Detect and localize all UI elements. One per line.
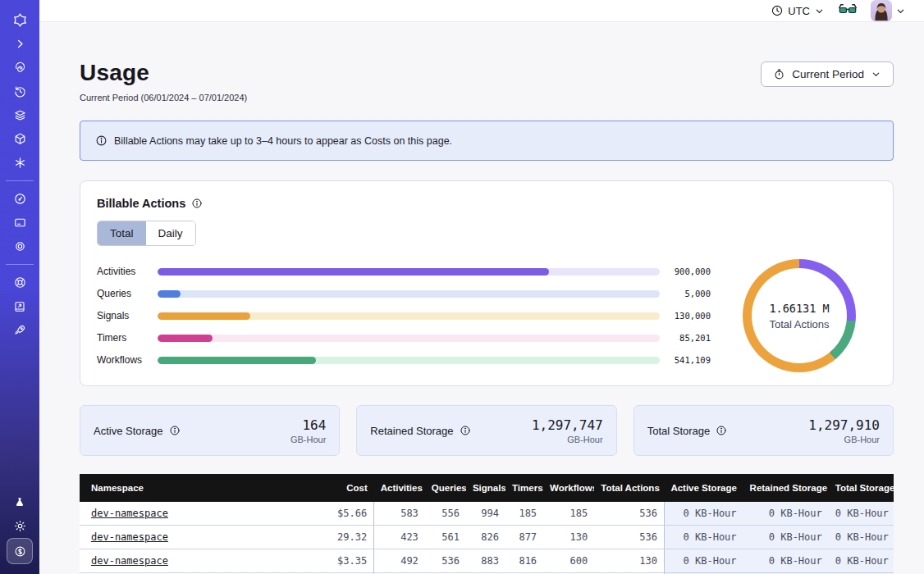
billable-actions-title: Billable Actions bbox=[97, 197, 185, 210]
tab-total[interactable]: Total bbox=[98, 221, 146, 245]
bar-value: 900,000 bbox=[660, 266, 711, 276]
retry-clock-icon[interactable] bbox=[7, 80, 32, 103]
credit-card-icon[interactable] bbox=[7, 211, 32, 235]
storage-card-value: 164 bbox=[290, 417, 326, 433]
billable-actions-card: Billable Actions Total Daily Activities … bbox=[80, 180, 894, 386]
storage-card-unit: GB-Hour bbox=[532, 435, 603, 444]
info-icon[interactable] bbox=[169, 425, 181, 436]
page-title: Usage bbox=[80, 60, 247, 86]
bar-row-signals: Signals 130,000 bbox=[97, 305, 711, 327]
dollar-coin-icon[interactable] bbox=[7, 538, 33, 564]
info-icon[interactable] bbox=[716, 425, 727, 436]
bar-track bbox=[158, 290, 660, 298]
stopwatch-icon bbox=[773, 68, 785, 80]
total-storage-card: Total Storage 1,297,910 GB-Hour bbox=[634, 405, 894, 456]
col-activities: Activities bbox=[374, 474, 425, 502]
info-banner: Billable Actions may take up to 3–4 hour… bbox=[80, 121, 894, 161]
gauge-icon[interactable] bbox=[7, 187, 32, 211]
storage-card-unit: GB-Hour bbox=[290, 435, 326, 444]
table-row: dev-namespace $5.66 583 556 994 185 185 … bbox=[80, 502, 894, 526]
col-cost: Cost bbox=[310, 474, 374, 502]
namespace-usage-table: Namespace Cost Activities Queries Signal… bbox=[80, 474, 894, 574]
temporal-logo-icon[interactable] bbox=[7, 8, 32, 32]
storage-card-value: 1,297,747 bbox=[532, 417, 603, 433]
bar-fill bbox=[158, 290, 181, 298]
rocket-icon[interactable] bbox=[7, 318, 32, 342]
topbar: UTC bbox=[39, 0, 924, 22]
asterisk-icon[interactable] bbox=[7, 151, 32, 175]
bar-row-workflows: Workflows 541,109 bbox=[97, 349, 711, 371]
info-icon[interactable] bbox=[460, 425, 471, 436]
activities-cell: 423 bbox=[374, 526, 425, 549]
gear-icon[interactable] bbox=[7, 235, 32, 258]
total-actions-cell: 536 bbox=[594, 526, 664, 549]
signals-cell: 826 bbox=[466, 526, 505, 549]
sidebar-divider bbox=[6, 180, 34, 181]
cost-cell: $3.35 bbox=[310, 549, 374, 573]
signals-cell: 994 bbox=[466, 502, 505, 526]
info-icon[interactable] bbox=[191, 198, 203, 209]
bar-track bbox=[158, 312, 660, 320]
table-row: dev-namespace 29.32 423 561 826 877 130 … bbox=[80, 526, 894, 549]
chevron-down-icon bbox=[895, 6, 906, 16]
banner-text: Billable Actions may take up to 3–4 hour… bbox=[114, 135, 452, 147]
bar-track bbox=[158, 268, 660, 276]
cost-cell: $5.66 bbox=[310, 502, 374, 526]
sidebar-divider bbox=[6, 264, 34, 265]
col-total-actions: Total Actions bbox=[594, 474, 664, 502]
chevron-down-icon bbox=[814, 6, 825, 16]
period-selector-button[interactable]: Current Period bbox=[761, 61, 894, 87]
avatar bbox=[871, 0, 892, 21]
bar-fill bbox=[158, 268, 549, 276]
account-menu[interactable] bbox=[871, 0, 906, 21]
bar-fill bbox=[158, 357, 316, 364]
tab-daily[interactable]: Daily bbox=[146, 221, 195, 245]
col-timers: Timers bbox=[505, 474, 543, 502]
donut-total-label: Total Actions bbox=[770, 318, 830, 330]
activities-cell: 492 bbox=[374, 549, 425, 573]
workflows-cell: 185 bbox=[543, 502, 594, 526]
sun-icon[interactable] bbox=[7, 514, 32, 538]
storage-card-label: Total Storage bbox=[647, 425, 711, 437]
sidebar-expand-chevron-icon[interactable] bbox=[7, 32, 32, 56]
lifebuoy-icon[interactable] bbox=[7, 271, 32, 294]
retained-storage-cell: 0 KB-Hour bbox=[743, 526, 829, 549]
namespace-link[interactable]: dev-namespace bbox=[91, 508, 168, 519]
spiral-icon[interactable] bbox=[7, 56, 32, 80]
bar-label: Queries bbox=[97, 288, 158, 299]
book-icon[interactable] bbox=[7, 294, 32, 318]
cost-cell: 29.32 bbox=[310, 526, 374, 549]
layers-icon[interactable] bbox=[7, 103, 32, 127]
donut-total-value: 1.66131 M bbox=[769, 302, 829, 315]
namespace-link[interactable]: dev-namespace bbox=[91, 531, 168, 543]
col-workflows: Workflows bbox=[543, 474, 594, 502]
info-icon bbox=[95, 134, 107, 147]
bar-value: 5,000 bbox=[660, 289, 711, 298]
workflows-cell: 600 bbox=[543, 549, 594, 573]
total-actions-donut: 1.66131 M Total Actions bbox=[743, 259, 856, 372]
retained-storage-cell: 0 KB-Hour bbox=[743, 549, 829, 573]
retained-storage-card: Retained Storage 1,297,747 GB-Hour bbox=[356, 405, 616, 456]
timezone-selector[interactable]: UTC bbox=[771, 4, 825, 17]
table-header-row: Namespace Cost Activities Queries Signal… bbox=[80, 474, 894, 502]
timers-cell: 816 bbox=[505, 549, 543, 573]
storage-card-value: 1,297,910 bbox=[808, 417, 880, 433]
workflows-cell: 130 bbox=[543, 526, 594, 549]
flask-icon[interactable] bbox=[7, 490, 32, 514]
namespace-link[interactable]: dev-namespace bbox=[91, 555, 168, 567]
bar-track bbox=[158, 335, 660, 342]
bar-label: Workflows bbox=[97, 354, 158, 366]
bar-value: 130,000 bbox=[660, 311, 711, 321]
queries-cell: 536 bbox=[425, 549, 466, 573]
active-storage-cell: 0 KB-Hour bbox=[664, 549, 743, 573]
storage-card-unit: GB-Hour bbox=[808, 435, 880, 444]
feedback-glasses-button[interactable] bbox=[838, 2, 858, 19]
queries-cell: 556 bbox=[425, 502, 466, 526]
bar-fill bbox=[158, 312, 250, 320]
queries-cell: 561 bbox=[425, 526, 466, 549]
total-storage-cell: 0 KB-Hour bbox=[829, 502, 894, 526]
storage-card-label: Active Storage bbox=[94, 425, 163, 437]
cube-icon[interactable] bbox=[7, 127, 32, 151]
total-actions-cell: 536 bbox=[594, 502, 664, 526]
col-active-storage: Active Storage bbox=[664, 474, 743, 502]
